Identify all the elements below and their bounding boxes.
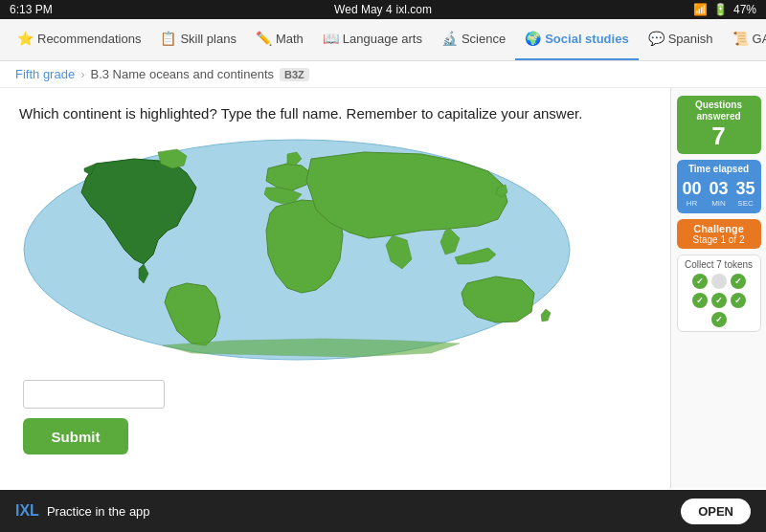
tokens-dots: ✓ ✓ ✓ ✓ ✓ ✓ xyxy=(684,274,755,327)
breadcrumb-level2: B.3 Name oceans and continents xyxy=(91,67,275,81)
breadcrumb-badge: B3Z xyxy=(280,68,309,81)
app-bar-left: IXL Practice in the app xyxy=(15,502,150,520)
left-panel: Which continent is highlighted? Type the… xyxy=(0,88,670,488)
map-container xyxy=(19,135,574,365)
token-5: ✓ xyxy=(711,293,727,308)
wifi-icon: 📶 xyxy=(693,3,708,16)
questions-answered-box: Questions answered 7 xyxy=(677,96,761,154)
questions-answered-label: Questions answered xyxy=(683,100,755,122)
token-2 xyxy=(711,274,727,289)
app-bar-text: Practice in the app xyxy=(47,504,150,519)
tokens-box: Collect 7 tokens ✓ ✓ ✓ ✓ ✓ ✓ xyxy=(677,255,761,332)
battery-level: 47% xyxy=(733,3,756,16)
token-6: ✓ xyxy=(731,293,746,308)
question-text: Which continent is highlighted? Type the… xyxy=(19,103,651,123)
open-app-button[interactable]: OPEN xyxy=(681,499,751,524)
nav-social-studies[interactable]: 🌍 Social studies xyxy=(515,19,638,61)
nav-science[interactable]: 🔬 Science xyxy=(432,19,515,61)
nav-language-arts[interactable]: 📖 Language arts xyxy=(313,19,432,61)
status-day: Wed May 4 xyxy=(334,3,392,16)
nav-spanish[interactable]: 💬 Spanish xyxy=(639,19,723,61)
token-3: ✓ xyxy=(731,274,746,289)
breadcrumb: Fifth grade › B.3 Name oceans and contin… xyxy=(0,61,766,88)
minutes-cell: 03 MIN xyxy=(709,179,728,208)
challenge-box: Challenge Stage 1 of 2 xyxy=(677,219,761,249)
nav-math[interactable]: ✏️ Math xyxy=(246,19,313,61)
hours-label: HR xyxy=(682,199,701,208)
nav-ga-standards[interactable]: 📜 GA Standards xyxy=(723,19,766,61)
time-grid: 00 HR 03 MIN 35 SEC xyxy=(683,175,755,210)
status-url: ixl.com xyxy=(396,3,432,16)
breadcrumb-separator: › xyxy=(80,67,84,81)
token-4: ✓ xyxy=(692,293,708,308)
social-studies-icon: 🌍 xyxy=(525,31,541,46)
token-7: ✓ xyxy=(711,312,727,327)
breadcrumb-level1[interactable]: Fifth grade xyxy=(15,67,75,81)
app-bar: IXL Practice in the app OPEN xyxy=(0,490,766,532)
token-1: ✓ xyxy=(692,274,708,289)
spanish-icon: 💬 xyxy=(648,31,665,46)
skill-plans-icon: 📋 xyxy=(160,31,176,46)
recommendations-icon: ⭐ xyxy=(17,31,34,46)
seconds-label: SEC xyxy=(736,199,755,208)
submit-button[interactable]: Submit xyxy=(23,418,128,454)
tokens-label: Collect 7 tokens xyxy=(684,259,755,270)
right-panel: Questions answered 7 Time elapsed 00 HR … xyxy=(670,88,766,488)
seconds-cell: 35 SEC xyxy=(736,179,755,208)
math-icon: ✏️ xyxy=(256,31,272,46)
status-time: 6:13 PM xyxy=(10,3,53,16)
input-area: Submit xyxy=(19,380,651,454)
time-elapsed-label: Time elapsed xyxy=(683,164,755,175)
language-arts-icon: 📖 xyxy=(323,31,339,46)
time-elapsed-box: Time elapsed 00 HR 03 MIN 35 SEC xyxy=(677,160,761,213)
nav-skill-plans[interactable]: 📋 Skill plans xyxy=(150,19,246,61)
hours-cell: 00 HR xyxy=(682,179,701,208)
minutes-value: 03 xyxy=(709,179,728,199)
challenge-subtitle: Stage 1 of 2 xyxy=(683,234,755,245)
science-icon: 🔬 xyxy=(441,31,458,46)
ixl-logo: IXL xyxy=(15,502,39,520)
answer-input[interactable] xyxy=(23,380,165,409)
hours-value: 00 xyxy=(682,179,701,199)
minutes-label: MIN xyxy=(709,199,728,208)
challenge-title: Challenge xyxy=(683,223,755,234)
main-content: Which continent is highlighted? Type the… xyxy=(0,88,766,488)
nav-recommendations[interactable]: ⭐ Recommendations xyxy=(8,19,150,61)
seconds-value: 35 xyxy=(736,179,755,199)
ga-standards-icon: 📜 xyxy=(732,31,749,46)
nav-bar: ⭐ Recommendations 📋 Skill plans ✏️ Math … xyxy=(0,19,766,61)
status-bar: 6:13 PM Wed May 4 ixl.com 📶 🔋 47% xyxy=(0,0,766,19)
questions-answered-count: 7 xyxy=(683,122,755,150)
battery-icon: 🔋 xyxy=(713,3,728,16)
